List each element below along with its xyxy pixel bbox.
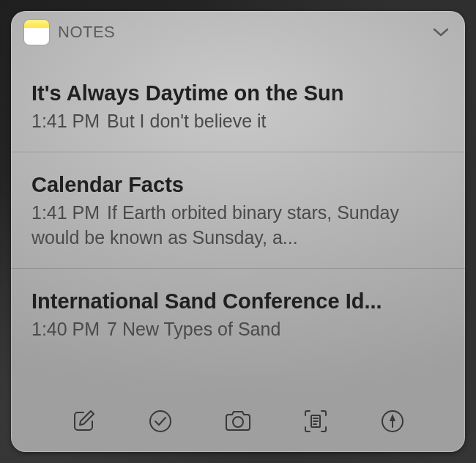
collapse-button[interactable] (430, 21, 452, 43)
note-row[interactable]: Calendar Facts 1:41 PM If Earth orbited … (11, 152, 465, 268)
check-circle-icon (148, 409, 173, 434)
note-time: 1:40 PM (31, 319, 100, 339)
compose-icon (71, 409, 96, 434)
markup-pen-icon (380, 409, 405, 434)
action-toolbar (11, 393, 465, 452)
camera-icon (223, 409, 253, 434)
notes-app-icon (24, 20, 49, 45)
camera-button[interactable] (223, 407, 253, 436)
svg-point-0 (150, 411, 171, 431)
markup-button[interactable] (378, 407, 407, 436)
note-subline: 1:41 PM If Earth orbited binary stars, S… (31, 201, 445, 251)
note-time: 1:41 PM (31, 111, 100, 131)
scan-document-icon (303, 409, 328, 434)
note-title: It's Always Daytime on the Sun (31, 80, 445, 106)
note-row[interactable]: International Sand Conference Id... 1:40… (11, 268, 465, 360)
app-title: NOTES (58, 23, 430, 42)
checklist-button[interactable] (146, 407, 175, 436)
notes-widget: NOTES It's Always Daytime on the Sun 1:4… (11, 11, 465, 452)
note-title: Calendar Facts (31, 171, 445, 198)
note-row[interactable]: It's Always Daytime on the Sun 1:41 PM B… (11, 53, 465, 152)
notes-list: It's Always Daytime on the Sun 1:41 PM B… (11, 53, 465, 393)
widget-header: NOTES (11, 11, 465, 53)
chevron-down-icon (433, 27, 449, 37)
note-subline: 1:41 PM But I don't believe it (31, 109, 445, 134)
compose-button[interactable] (69, 407, 98, 436)
note-preview: But I don't believe it (107, 111, 266, 131)
note-title: International Sand Conference Id... (31, 288, 445, 314)
svg-point-1 (233, 417, 243, 427)
scan-button[interactable] (301, 407, 330, 436)
note-time: 1:41 PM (31, 202, 100, 223)
note-preview: 7 New Types of Sand (107, 319, 280, 339)
note-subline: 1:40 PM 7 New Types of Sand (31, 317, 445, 342)
